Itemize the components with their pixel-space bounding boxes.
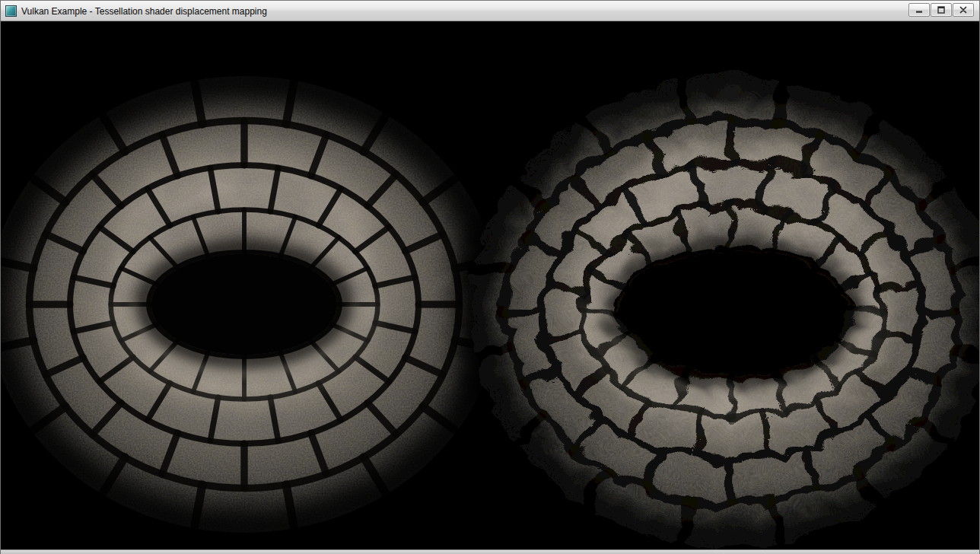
minimize-icon: [915, 6, 923, 14]
window-title: Vulkan Example - Tessellation shader dis…: [21, 1, 267, 21]
maximize-icon: [937, 6, 945, 14]
window-bottom-border: [1, 549, 979, 554]
torus-flat: [1, 76, 500, 533]
window-controls: [908, 3, 974, 17]
maximize-button[interactable]: [931, 3, 952, 17]
render-viewport[interactable]: [1, 21, 979, 549]
torus-displaced: [465, 71, 979, 543]
minimize-button[interactable]: [908, 3, 930, 17]
titlebar[interactable]: Vulkan Example - Tessellation shader dis…: [1, 0, 979, 21]
close-button[interactable]: [953, 3, 974, 17]
torus-hole: [151, 254, 337, 355]
torus-hole: [615, 244, 840, 369]
close-icon: [959, 6, 967, 14]
scene-svg: [1, 21, 979, 549]
app-icon[interactable]: [5, 5, 17, 17]
app-window: Vulkan Example - Tessellation shader dis…: [0, 0, 980, 554]
